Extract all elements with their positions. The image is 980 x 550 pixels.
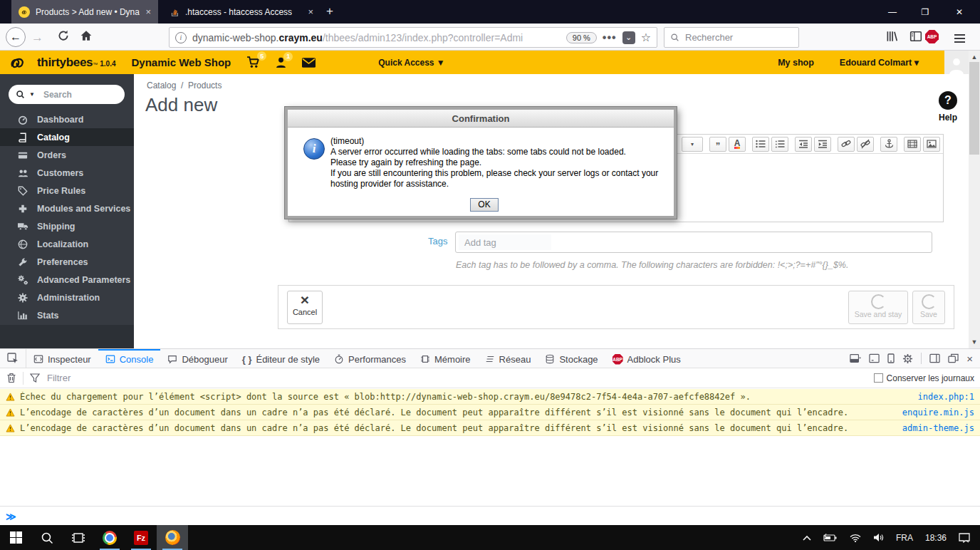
devtools-sidebar-icon[interactable]: [929, 353, 940, 363]
menu-hamburger-icon[interactable]: [954, 32, 965, 45]
wifi-icon[interactable]: [850, 534, 861, 542]
task-view-icon[interactable]: [63, 525, 94, 550]
pocket-icon[interactable]: ⌄: [622, 31, 635, 44]
tray-chevron-icon[interactable]: [803, 535, 811, 541]
sidebar-item-orders[interactable]: Orders: [0, 146, 134, 164]
checkbox-icon[interactable]: [874, 373, 883, 383]
source-link[interactable]: enquire.min.js: [902, 408, 974, 417]
console-filter-input[interactable]: Filtrer: [47, 373, 71, 383]
tab-editeur-de-style[interactable]: { }Éditeur de style: [235, 349, 327, 368]
console-input-row[interactable]: ≫: [0, 506, 980, 526]
taskbar-filezilla-icon[interactable]: Fz: [125, 525, 157, 550]
cancel-button[interactable]: × Cancel: [287, 291, 323, 324]
outdent-icon[interactable]: [795, 137, 812, 152]
tab-stockage[interactable]: Stockage: [538, 349, 605, 368]
dialog-title[interactable]: Confirmation: [288, 110, 674, 128]
battery-icon[interactable]: [823, 534, 838, 542]
media-icon[interactable]: [904, 137, 921, 152]
source-link[interactable]: admin-theme.js: [902, 423, 974, 433]
cart-quick-icon[interactable]: 5: [246, 56, 260, 68]
pick-element-icon[interactable]: [0, 349, 26, 368]
tab-close-icon[interactable]: ×: [308, 6, 313, 17]
scrollbar-thumb[interactable]: [969, 62, 979, 155]
console-warning-row[interactable]: L’encodage de caractères d’un document d…: [0, 405, 980, 420]
new-tab-button[interactable]: +: [326, 4, 333, 19]
messages-envelope-icon[interactable]: [302, 58, 316, 68]
taskbar-search-icon[interactable]: [31, 525, 63, 550]
sidebar-search-field[interactable]: ▼ Search: [9, 85, 125, 104]
browser-tab-products[interactable]: Products > Add new • Dynami ×: [11, 0, 158, 24]
devtools-close-icon[interactable]: ×: [966, 353, 973, 365]
devtools-settings-gear-icon[interactable]: [902, 353, 913, 364]
volume-icon[interactable]: [873, 533, 884, 542]
save-and-stay-button[interactable]: Save and stay: [848, 291, 908, 324]
console-warning-row[interactable]: L’encodage de caractères d’un document d…: [0, 420, 980, 436]
blockquote-icon[interactable]: ”: [709, 137, 726, 152]
page-actions-icon[interactable]: •••: [603, 31, 617, 44]
clear-console-trash-icon[interactable]: [6, 373, 16, 383]
tab-debogueur[interactable]: Débogueur: [160, 349, 234, 368]
dock-side-icon[interactable]: [850, 353, 861, 363]
responsive-mode-icon[interactable]: [887, 353, 895, 363]
site-info-icon[interactable]: i: [175, 32, 187, 43]
sidebar-item-shipping[interactable]: Shipping: [0, 217, 134, 235]
clock[interactable]: 18:36: [925, 533, 947, 543]
browser-tab-htaccess[interactable]: .htaccess - htaccess Access-Co ×: [162, 0, 320, 24]
user-menu[interactable]: Edouard Colmart ▾: [840, 57, 919, 68]
sidebar-item-stats[interactable]: Stats: [0, 306, 134, 324]
browser-search-field[interactable]: Rechercher: [664, 27, 799, 48]
separate-window-icon[interactable]: [948, 353, 959, 363]
taskbar-chrome-icon[interactable]: [94, 525, 125, 550]
sidebar-item-catalog[interactable]: Catalog: [0, 128, 134, 146]
sidebar-item-administration[interactable]: Administration: [0, 289, 134, 306]
tab-inspecteur[interactable]: Inspecteur: [26, 349, 98, 368]
reload-button[interactable]: [57, 29, 70, 42]
breadcrumb-catalog[interactable]: Catalog: [147, 81, 176, 90]
image-icon[interactable]: [923, 137, 940, 152]
zoom-level-badge[interactable]: 90 %: [566, 32, 597, 43]
sidebar-item-dashboard[interactable]: Dashboard: [0, 110, 134, 128]
bullet-list-icon[interactable]: [752, 137, 769, 152]
tab-reseau[interactable]: Réseau: [478, 349, 538, 368]
tab-performances[interactable]: Performances: [327, 349, 413, 368]
breadcrumb-products[interactable]: Products: [188, 81, 221, 90]
unlink-icon[interactable]: [857, 137, 874, 152]
sidebar-item-localization[interactable]: Localization: [0, 235, 134, 253]
scroll-down-arrow[interactable]: ▼: [969, 338, 980, 346]
anchor-icon[interactable]: [880, 137, 897, 152]
persist-logs-option[interactable]: Conserver les journaux: [874, 373, 974, 383]
sidebar-toggle-icon[interactable]: [909, 30, 922, 43]
save-button[interactable]: Save: [912, 291, 945, 324]
filter-funnel-icon[interactable]: [30, 373, 40, 383]
text-color-icon[interactable]: A: [729, 137, 746, 152]
back-button[interactable]: ←: [6, 27, 26, 47]
action-center-icon[interactable]: [959, 533, 970, 543]
link-icon[interactable]: [838, 137, 855, 152]
window-restore-button[interactable]: ❐: [909, 0, 942, 24]
sidebar-item-customers[interactable]: Customers: [0, 164, 134, 182]
split-console-icon[interactable]: [869, 353, 880, 363]
source-link[interactable]: index.php:1: [918, 392, 974, 402]
customers-quick-icon[interactable]: 1: [276, 57, 286, 68]
page-scrollbar[interactable]: ▲ ▼: [969, 51, 980, 348]
bookmark-star-icon[interactable]: ☆: [641, 31, 651, 44]
taskbar-firefox-icon[interactable]: [157, 525, 188, 550]
language-indicator[interactable]: FRA: [896, 533, 913, 543]
home-button[interactable]: [80, 29, 93, 42]
forward-button[interactable]: →: [31, 31, 43, 45]
help-button[interactable]: ? Help: [930, 91, 966, 123]
indent-icon[interactable]: [814, 137, 831, 152]
my-shop-link[interactable]: My shop: [778, 58, 814, 68]
url-bar[interactable]: i dynamic-web-shop.craym.eu/thbees/admin…: [169, 27, 657, 48]
window-close-button[interactable]: ✕: [943, 0, 976, 24]
tab-console[interactable]: Console: [98, 349, 161, 368]
library-icon[interactable]: [885, 30, 898, 43]
tab-close-icon[interactable]: ×: [145, 6, 151, 17]
scroll-up-arrow[interactable]: ▲: [969, 53, 980, 61]
sidebar-item-price-rules[interactable]: Price Rules: [0, 182, 134, 199]
start-button[interactable]: [0, 525, 31, 550]
format-dropdown[interactable]: ▾: [682, 137, 703, 152]
avatar[interactable]: [944, 51, 969, 74]
console-warning-row[interactable]: Échec du chargement pour l’élément <scri…: [0, 389, 980, 405]
window-minimize-button[interactable]: —: [876, 0, 909, 24]
